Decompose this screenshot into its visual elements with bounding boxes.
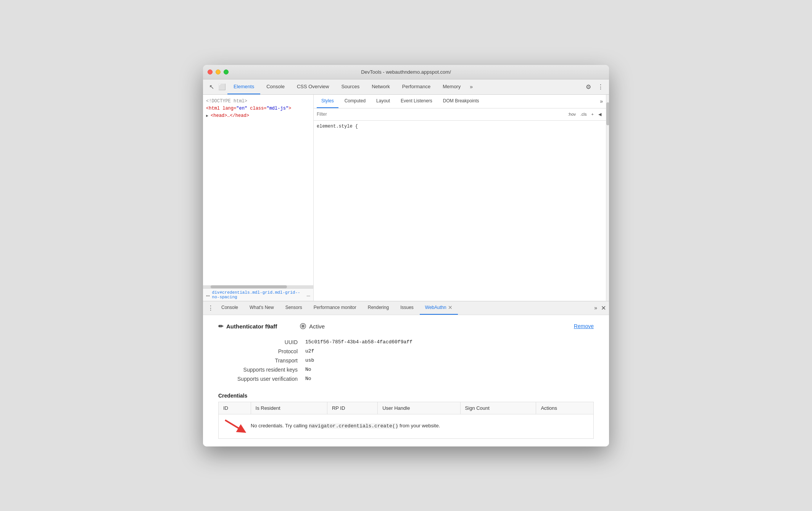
close-bottom-panel-icon[interactable]: ✕	[601, 304, 606, 312]
scrollbar-thumb	[211, 285, 287, 288]
breadcrumb-bar: … div#credentials.mdl-grid.mdl-grid--no-…	[203, 288, 313, 301]
add-style-button[interactable]: +	[590, 111, 595, 117]
hov-button[interactable]: :hov	[566, 111, 577, 117]
devtools-bottom: ⋮ Console What's New Sensors Performance…	[203, 301, 609, 446]
element-style-text: element.style {	[317, 124, 358, 129]
col-actions: Actions	[536, 402, 594, 414]
resident-keys-row: Supports resident keys No	[218, 365, 594, 374]
pointer-icon[interactable]: ↖	[206, 81, 217, 92]
transport-label: Transport	[218, 356, 302, 365]
cls-button[interactable]: .cls	[579, 111, 588, 117]
close-webauthn-tab-icon[interactable]: ✕	[448, 304, 453, 310]
tab-console[interactable]: Console	[260, 79, 291, 94]
toggle-sidebar-icon[interactable]: ◀	[597, 111, 603, 118]
filter-actions: :hov .cls + ◀	[566, 111, 603, 118]
tab-event-listeners[interactable]: Event Listeners	[396, 95, 437, 108]
settings-icon[interactable]: ⚙	[583, 81, 594, 92]
horizontal-scrollbar[interactable]	[203, 285, 313, 288]
user-verification-row: Supports user verification No	[218, 374, 594, 383]
elements-panel: <!DOCTYPE html> <html lang="en" class="m…	[203, 95, 314, 301]
active-radio[interactable]	[300, 323, 306, 329]
styles-panel: Styles Computed Layout Event Listeners D…	[314, 95, 606, 301]
tab-layout[interactable]: Layout	[372, 95, 395, 108]
credentials-section: Credentials ID Is Resident RP ID User Ha…	[218, 393, 594, 439]
breadcrumb-more: …	[306, 291, 310, 298]
html-line: <html lang="en" class="mdl-js">	[203, 105, 313, 112]
tab-sources[interactable]: Sources	[335, 79, 366, 94]
radio-inner	[301, 325, 304, 328]
credentials-header-row: ID Is Resident RP ID User Handle Sign Co…	[219, 402, 594, 414]
col-is-resident: Is Resident	[251, 402, 327, 414]
uuid-value: 15c01f56-785f-43b4-ab58-4facd60f9aff	[302, 338, 594, 347]
maximize-button[interactable]	[224, 70, 229, 74]
tab-css-overview[interactable]: CSS Overview	[291, 79, 335, 94]
svg-line-1	[225, 420, 242, 430]
authenticator-name: Authenticator f9aff	[226, 323, 277, 330]
window-title: DevTools - webauthndemo.appspot.com/	[361, 69, 451, 75]
credentials-table: ID Is Resident RP ID User Handle Sign Co…	[218, 402, 594, 439]
more-vert-icon[interactable]: ⋮	[595, 81, 606, 92]
tab-elements[interactable]: Elements	[227, 79, 260, 94]
elements-content: <!DOCTYPE html> <html lang="en" class="m…	[203, 95, 313, 285]
tab-performance[interactable]: Performance	[396, 79, 437, 94]
tab-whats-new[interactable]: What's New	[244, 301, 279, 315]
no-credentials-cell: No credentials. Try calling navigator.cr…	[219, 414, 594, 438]
no-credentials-text: No credentials. Try calling navigator.cr…	[251, 423, 440, 429]
doctype-text: <!DOCTYPE html>	[206, 99, 247, 104]
more-tabs-icon[interactable]: »	[467, 79, 476, 94]
devtools-tabs: Elements Console CSS Overview Sources Ne…	[227, 79, 583, 94]
resident-keys-value: No	[302, 365, 594, 374]
tab-sensors[interactable]: Sensors	[280, 301, 308, 315]
expand-arrow[interactable]: ▶	[206, 114, 211, 118]
credentials-tbody: No credentials. Try calling navigator.cr…	[219, 414, 594, 438]
styles-filter-bar: :hov .cls + ◀	[314, 108, 606, 121]
bottom-tabs: ⋮ Console What's New Sensors Performance…	[203, 301, 609, 315]
tab-issues[interactable]: Issues	[395, 301, 419, 315]
resident-keys-label: Supports resident keys	[218, 365, 302, 374]
remove-link[interactable]: Remove	[574, 323, 594, 329]
tab-dom-breakpoints[interactable]: DOM Breakpoints	[438, 95, 484, 108]
tab-network[interactable]: Network	[366, 79, 396, 94]
styles-content: element.style {	[314, 121, 606, 132]
tab-rendering[interactable]: Rendering	[362, 301, 394, 315]
protocol-value: u2f	[302, 347, 594, 356]
transport-value: usb	[302, 356, 594, 365]
minimize-button[interactable]	[216, 70, 221, 74]
user-verification-label: Supports user verification	[218, 374, 302, 383]
tab-computed[interactable]: Computed	[340, 95, 370, 108]
more-bottom-tabs-icon[interactable]: »	[594, 305, 597, 311]
devtools-settings: ⚙ ⋮	[583, 81, 606, 92]
inspect-icon[interactable]: ⬜	[217, 81, 227, 92]
title-bar: DevTools - webauthndemo.appspot.com/	[203, 65, 609, 79]
tab-memory[interactable]: Memory	[437, 79, 467, 94]
webauthn-panel: ✏ Authenticator f9aff Active Remove UUID…	[203, 315, 609, 446]
traffic-lights	[208, 70, 229, 74]
tab-console-bottom[interactable]: Console	[216, 301, 243, 315]
edit-icon[interactable]: ✏	[218, 323, 223, 330]
bottom-tab-menu-icon[interactable]: ⋮	[206, 303, 215, 312]
col-rp-id: RP ID	[327, 402, 377, 414]
uuid-label: UUID	[218, 338, 302, 347]
active-label: Active	[309, 323, 325, 330]
tab-styles[interactable]: Styles	[317, 95, 338, 108]
doctype-line: <!DOCTYPE html>	[203, 98, 313, 105]
breadcrumb-dots: …	[206, 291, 210, 298]
col-sign-count: Sign Count	[460, 402, 536, 414]
panel-scrollbar[interactable]	[606, 95, 609, 301]
devtools-top-bar: ↖ ⬜ Elements Console CSS Overview Source…	[203, 79, 609, 95]
tab-webauthn[interactable]: WebAuthn ✕	[420, 301, 458, 315]
breadcrumb-element[interactable]: div#credentials.mdl-grid.mdl-grid--no-sp…	[212, 290, 304, 299]
no-credentials-row: No credentials. Try calling navigator.cr…	[219, 414, 594, 438]
close-button[interactable]	[208, 70, 213, 74]
credentials-title: Credentials	[218, 393, 594, 399]
tab-perf-monitor[interactable]: Performance monitor	[308, 301, 362, 315]
styles-more-icon[interactable]: »	[600, 98, 603, 104]
authenticator-title: ✏ Authenticator f9aff	[218, 323, 277, 330]
active-status: Active	[300, 323, 325, 330]
head-line: ▶ <head>…</head>	[203, 112, 313, 120]
protocol-label: Protocol	[218, 347, 302, 356]
col-user-handle: User Handle	[378, 402, 460, 414]
devtools-main: <!DOCTYPE html> <html lang="en" class="m…	[203, 95, 609, 301]
col-id: ID	[219, 402, 251, 414]
styles-filter-input[interactable]	[317, 112, 563, 117]
